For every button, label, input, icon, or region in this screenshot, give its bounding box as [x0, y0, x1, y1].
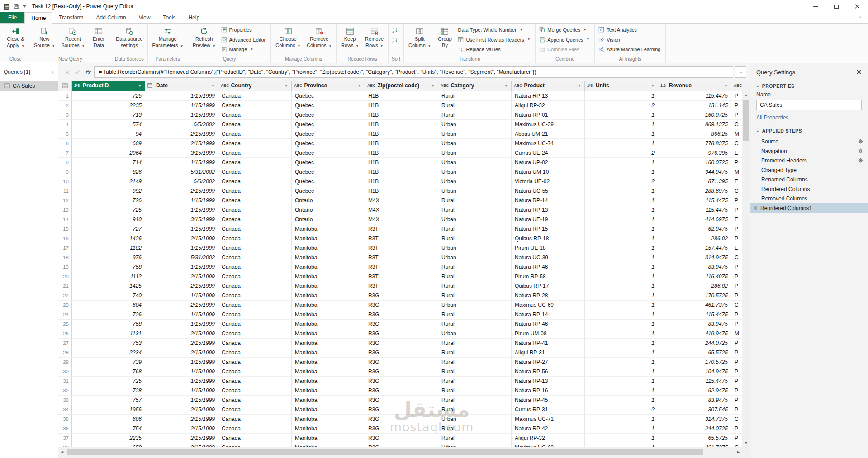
azure-machine-learning-button[interactable]: Azure Machine Learning: [597, 44, 664, 54]
scroll-left-button[interactable]: ◀: [58, 448, 66, 456]
advanced-editor-button[interactable]: Advanced Editor: [219, 35, 269, 45]
properties-icon: [221, 27, 227, 33]
column-header-country[interactable]: ABCCountry▼: [218, 81, 292, 91]
tab-home[interactable]: Home: [24, 12, 52, 24]
delete-step-icon[interactable]: [754, 206, 758, 210]
filter-dropdown-icon[interactable]: ▼: [283, 82, 289, 89]
column-header-category[interactable]: ABCCategory▼: [438, 81, 512, 91]
applied-step-reordered-columns[interactable]: Reordered Columns: [750, 184, 868, 194]
collapse-triangle-icon: ▲: [756, 129, 759, 133]
combine-files-button[interactable]: Combine Files: [537, 44, 593, 54]
settings-close-icon[interactable]: [856, 69, 862, 75]
scroll-right-button[interactable]: ▶: [735, 448, 742, 456]
close-apply-button[interactable]: Close &Apply ▼: [4, 24, 27, 54]
applied-steps-section-header[interactable]: ▲ APPLIED STEPS: [756, 128, 862, 134]
recent-sources-button[interactable]: RecentSources ▼: [58, 24, 87, 54]
formula-expand-button[interactable]: ▼: [735, 66, 746, 78]
horizontal-scroll-track[interactable]: [704, 448, 735, 456]
maximize-button[interactable]: [826, 0, 847, 12]
column-header-province[interactable]: ABCProvince▼: [292, 81, 365, 91]
column-header-date[interactable]: Date▼: [145, 81, 218, 91]
tab-tools[interactable]: Tools: [157, 12, 182, 23]
column-header-productid[interactable]: 1²3ProductID▼: [72, 81, 145, 91]
cell: P: [731, 424, 742, 434]
filter-dropdown-icon[interactable]: ▼: [210, 82, 216, 89]
choose-columns-button[interactable]: ChooseColumns ▼: [273, 24, 303, 54]
all-properties-link[interactable]: All Properties: [756, 114, 788, 121]
minimize-button[interactable]: [805, 0, 826, 12]
split-column-button[interactable]: SplitColumn ▼: [406, 24, 433, 54]
applied-step-promoted-headers[interactable]: Promoted Headers: [750, 156, 868, 165]
sort-az-button[interactable]: AZ: [390, 25, 402, 35]
formula-input[interactable]: = Table.ReorderColumns(#"Removed Columns…: [94, 66, 733, 78]
tab-file[interactable]: File: [0, 12, 24, 23]
filter-dropdown-icon[interactable]: ▼: [576, 82, 583, 89]
applied-step-renamed-columns[interactable]: Renamed Columns: [750, 175, 868, 184]
ribbon-group-label-combine: Combine: [537, 56, 593, 63]
close-window-button[interactable]: [847, 0, 868, 12]
manage-parameters-button[interactable]: ManageParameters ▼: [150, 24, 186, 54]
filter-dropdown-icon[interactable]: ▼: [137, 82, 143, 89]
applied-step-source[interactable]: Source: [750, 137, 868, 146]
step-settings-gear-icon[interactable]: [858, 139, 863, 144]
cell: P: [731, 91, 742, 101]
cell: 1: [585, 110, 658, 120]
column-header-zip-postel-code[interactable]: ABCZip(postel code)▼: [365, 81, 438, 91]
applied-step-reordered-columns1[interactable]: Reordered Columns1: [750, 203, 868, 213]
remove-rows-button[interactable]: RemoveRows ▼: [362, 24, 386, 54]
tab-help[interactable]: Help: [182, 12, 206, 23]
text-analytics-button[interactable]: Text Analytics: [597, 25, 664, 35]
tab-transform[interactable]: Transform: [52, 12, 90, 23]
data-type-whole-number-button[interactable]: Data Type: Whole Number▼: [456, 25, 533, 35]
replace-values-button[interactable]: 12Replace Values: [456, 44, 533, 54]
manage-button[interactable]: Manage▼: [219, 44, 269, 54]
cell: H1B: [365, 177, 438, 186]
collapse-ribbon-button[interactable]: [857, 15, 862, 20]
sort-za-button[interactable]: ZA: [390, 35, 402, 45]
keep-rows-button[interactable]: KeepRows ▼: [338, 24, 361, 54]
vertical-scroll-track[interactable]: [742, 141, 750, 439]
use-first-row-as-headers-button[interactable]: Use First Row as Headers▼: [456, 35, 533, 45]
save-icon[interactable]: [13, 3, 19, 10]
scroll-down-button[interactable]: ▼: [742, 439, 750, 447]
filter-dropdown-icon[interactable]: ▼: [503, 82, 509, 89]
applied-step-changed-type[interactable]: Changed Type: [750, 165, 868, 175]
collapse-queries-icon[interactable]: [51, 70, 55, 75]
filter-dropdown-icon[interactable]: ▼: [356, 82, 363, 89]
column-header-segment[interactable]: ABCSegment▼: [731, 81, 742, 91]
select-all-corner-button[interactable]: [58, 81, 72, 91]
scroll-up-button[interactable]: ▲: [742, 91, 750, 99]
append-queries-button[interactable]: Append Queries▼: [537, 35, 593, 45]
tab-view[interactable]: View: [133, 12, 157, 23]
filter-dropdown-icon[interactable]: ▼: [650, 82, 656, 89]
filter-dropdown-icon[interactable]: ▼: [430, 82, 436, 89]
merge-queries-button[interactable]: Merge Queries▼: [537, 25, 593, 35]
applied-step-navigation[interactable]: Navigation: [750, 146, 868, 156]
step-settings-gear-icon[interactable]: [858, 158, 863, 163]
column-header-units[interactable]: 1²3Units▼: [585, 81, 658, 91]
quick-access-dropdown-icon[interactable]: [23, 5, 26, 8]
row-number: 23: [58, 301, 72, 310]
data-source-settings-button[interactable]: Data sourcesettings: [113, 24, 145, 54]
vertical-scroll-thumb[interactable]: [743, 100, 749, 141]
query-name-input[interactable]: CA Sales: [756, 100, 862, 110]
step-settings-gear-icon[interactable]: [858, 148, 863, 153]
remove-columns-button[interactable]: RemoveColumns ▼: [304, 24, 334, 54]
refresh-preview-button[interactable]: RefreshPreview ▼: [190, 24, 218, 54]
applied-step-removed-columns[interactable]: Removed Columns: [750, 194, 868, 203]
new-source-button[interactable]: NewSource ▼: [31, 24, 57, 54]
column-header-revenue[interactable]: 1.2Revenue▼: [658, 81, 731, 91]
properties-section-header[interactable]: ▲ PROPERTIES: [756, 83, 862, 89]
properties-button[interactable]: Properties: [219, 25, 269, 35]
query-item-ca-sales[interactable]: CA Sales: [0, 81, 58, 91]
commit-formula-button[interactable]: [73, 68, 81, 76]
enter-data-button[interactable]: EnterData: [88, 24, 109, 54]
vision-button[interactable]: Vision: [597, 35, 664, 45]
group-by-button[interactable]: GroupBy: [434, 24, 455, 54]
tab-add-column[interactable]: Add Column: [90, 12, 133, 23]
filter-dropdown-icon[interactable]: ▼: [723, 82, 729, 89]
cell: Quebec: [292, 148, 365, 158]
column-header-product[interactable]: ABCProduct▼: [512, 81, 585, 91]
cancel-formula-button[interactable]: [63, 68, 71, 76]
horizontal-scroll-thumb[interactable]: [67, 449, 703, 455]
